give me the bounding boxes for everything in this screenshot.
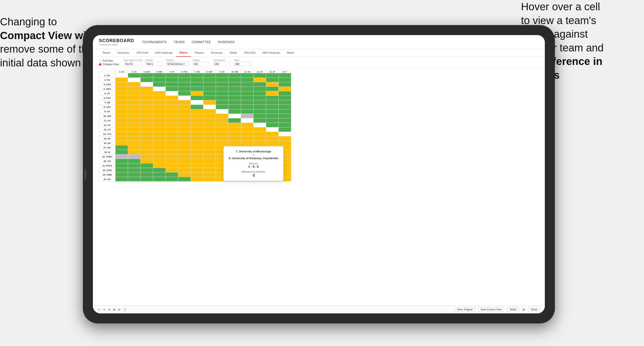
matrix-cell[interactable] [241,100,254,105]
matrix-cell[interactable] [115,172,128,177]
matrix-cell[interactable] [203,109,216,114]
matrix-cell[interactable] [153,82,166,87]
matrix-cell[interactable] [128,109,141,114]
matrix-cell[interactable] [216,96,228,100]
matrix-cell[interactable] [266,105,279,109]
icon3[interactable]: ⟲ [108,308,110,311]
matrix-cell[interactable] [191,91,203,96]
matrix-cell[interactable] [178,159,191,163]
matrix-cell[interactable] [254,91,266,96]
matrix-cell[interactable] [228,78,241,82]
matrix-cell[interactable] [241,136,254,141]
matrix-cell[interactable] [153,145,166,150]
matrix-cell[interactable] [178,118,191,123]
matrix-cell[interactable] [191,154,203,159]
tab-h2h-grid2[interactable]: H2H Grid [240,49,259,57]
matrix-cell[interactable] [203,141,216,145]
matrix-cell[interactable] [115,105,128,109]
matrix-cell[interactable] [141,150,153,154]
matrix-cell[interactable] [191,141,203,145]
matrix-cell[interactable] [153,132,166,136]
matrix-cell[interactable] [153,168,166,172]
matrix-cell[interactable] [115,177,128,182]
matrix-cell[interactable] [141,78,153,82]
tab-teams[interactable]: Teams [99,49,114,57]
matrix-cell[interactable] [128,87,141,91]
redo-icon[interactable]: ↪ [103,308,105,311]
matrix-cell[interactable] [279,127,291,132]
matrix-cell[interactable] [191,168,203,172]
nav-tournaments[interactable]: TOURNAMENTS [142,40,167,44]
matrix-cell[interactable] [266,136,279,141]
matrix-cell[interactable] [203,154,216,159]
matrix-cell[interactable] [178,109,191,114]
matrix-cell[interactable] [191,73,203,78]
matrix-cell[interactable] [128,141,141,145]
full-view-option[interactable]: Full View [99,59,119,62]
matrix-cell[interactable] [241,132,254,136]
matrix-cell[interactable] [153,105,166,109]
matrix-cell[interactable] [216,91,228,96]
tab-h2h-heatmap2[interactable]: H2H Heatmap [259,49,283,57]
matrix-cell[interactable] [166,96,178,100]
matrix-cell[interactable] [228,109,241,114]
tab-summary[interactable]: Summary [114,49,133,57]
matrix-cell[interactable] [216,123,228,127]
matrix-cell[interactable] [279,118,291,123]
matrix-cell[interactable] [141,168,153,172]
matrix-cell[interactable] [241,96,254,100]
matrix-cell[interactable] [279,114,291,118]
matrix-cell[interactable] [166,118,178,123]
nav-rankings[interactable]: RANKINGS [218,40,235,44]
matrix-cell[interactable] [115,159,128,163]
matrix-cell[interactable] [254,109,266,114]
matrix-cell[interactable] [203,73,216,78]
matrix-cell[interactable] [128,78,141,82]
matrix-cell[interactable] [191,100,203,105]
tab-matrix2[interactable]: Matrix [283,49,298,57]
matrix-cell[interactable] [166,141,178,145]
matrix-area[interactable]: 1. AU 2. VU 3. ASU 4. UNC 5. UT 6. FSU 7… [93,68,545,305]
matrix-cell[interactable] [115,114,128,118]
matrix-cell[interactable] [178,73,191,78]
matrix-cell[interactable] [241,127,254,132]
matrix-cell[interactable] [153,154,166,159]
matrix-cell[interactable] [216,118,228,123]
matrix-cell[interactable] [279,136,291,141]
matrix-cell[interactable] [178,123,191,127]
matrix-cell[interactable] [216,105,228,109]
matrix-cell[interactable] [115,96,128,100]
matrix-cell[interactable] [279,82,291,87]
matrix-cell[interactable] [216,132,228,136]
matrix-cell[interactable] [241,73,254,78]
matrix-cell[interactable] [141,136,153,141]
matrix-cell[interactable] [166,91,178,96]
matrix-cell[interactable] [203,145,216,150]
matrix-cell[interactable] [203,177,216,182]
matrix-cell[interactable] [216,141,228,145]
matrix-cell[interactable] [279,73,291,78]
nav-teams[interactable]: TEAMS [174,40,185,44]
matrix-cell[interactable] [141,114,153,118]
matrix-cell[interactable] [166,114,178,118]
matrix-cell[interactable] [166,73,178,78]
matrix-cell[interactable] [266,132,279,136]
matrix-cell[interactable] [228,136,241,141]
matrix-cell[interactable] [141,123,153,127]
share-btn[interactable]: Share [529,307,540,312]
matrix-cell[interactable] [279,109,291,114]
matrix-cell[interactable] [141,127,153,132]
matrix-cell[interactable] [241,123,254,127]
matrix-cell[interactable] [166,150,178,154]
matrix-cell[interactable] [166,145,178,150]
matrix-cell[interactable] [115,91,128,96]
matrix-cell[interactable] [153,109,166,114]
matrix-cell[interactable] [203,136,216,141]
matrix-cell[interactable] [128,118,141,123]
division-select[interactable]: NCAA Division I [166,62,190,66]
matrix-cell[interactable] [153,73,166,78]
matrix-cell[interactable] [254,127,266,132]
matrix-cell[interactable] [203,123,216,127]
matrix-cell[interactable] [141,172,153,177]
matrix-cell[interactable] [128,159,141,163]
